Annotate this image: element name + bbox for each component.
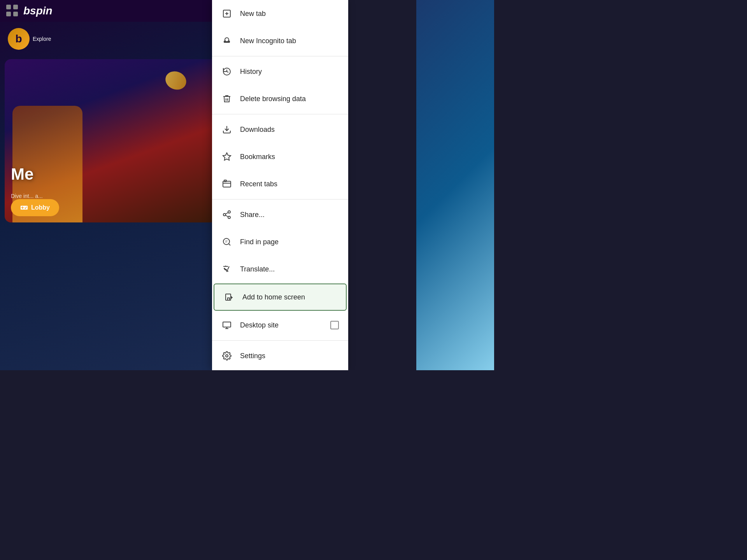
menu-divider xyxy=(212,199,348,200)
app-logo: bspin xyxy=(23,5,53,17)
translate-icon xyxy=(221,264,232,275)
menu-label-new-tab: New tab xyxy=(240,10,339,18)
menu-label-delete-browsing-data: Delete browsing data xyxy=(240,95,339,103)
settings-icon xyxy=(221,350,232,361)
add-home-icon xyxy=(224,292,235,303)
menu-label-new-incognito-tab: New Incognito tab xyxy=(240,37,339,45)
lobby-label: Lobby xyxy=(31,204,50,211)
menu-item-help-and-feedback[interactable]: Help and feedback xyxy=(212,369,348,370)
svg-point-17 xyxy=(223,238,230,245)
menu-item-new-incognito-tab[interactable]: New Incognito tab xyxy=(212,27,348,54)
svg-rect-21 xyxy=(226,294,231,300)
menu-label-desktop-site: Desktop site xyxy=(240,321,330,329)
recent-tabs-icon xyxy=(221,178,232,189)
desktop-icon xyxy=(221,320,232,331)
svg-line-16 xyxy=(226,213,228,214)
explore-icon: b xyxy=(8,28,30,50)
svg-point-27 xyxy=(226,355,228,357)
menu-item-translate[interactable]: Translate... xyxy=(212,256,348,283)
svg-rect-9 xyxy=(223,181,231,187)
svg-line-18 xyxy=(229,244,230,245)
menu-item-downloads[interactable]: Downloads xyxy=(212,116,348,143)
menu-item-find-in-page[interactable]: Find in page xyxy=(212,228,348,256)
menu-divider xyxy=(212,340,348,341)
app-header: bspin xyxy=(0,0,212,22)
desktop-site-checkbox[interactable] xyxy=(330,321,339,329)
svg-rect-20 xyxy=(225,242,227,242)
coin-decoration xyxy=(162,68,190,92)
menu-label-translate: Translate... xyxy=(240,265,339,273)
grid-icon xyxy=(6,5,19,17)
menu-item-add-to-home-screen[interactable]: Add to home screen xyxy=(214,284,347,311)
menu-item-history[interactable]: History xyxy=(212,58,348,85)
menu-item-delete-browsing-data[interactable]: Delete browsing data xyxy=(212,85,348,112)
hero-image: Me Dive int... a... Lobby xyxy=(5,59,212,222)
menu-item-share[interactable]: Share... xyxy=(212,201,348,228)
app-content: bspin b Explore Me Dive int... a... Lobb… xyxy=(0,0,212,370)
share-icon xyxy=(221,209,232,220)
explore-label: Explore xyxy=(33,36,51,42)
menu-divider xyxy=(212,114,348,114)
menu-item-desktop-site[interactable]: Desktop site xyxy=(212,312,348,339)
svg-rect-19 xyxy=(225,241,228,241)
svg-point-13 xyxy=(223,214,226,216)
menu-label-settings: Settings xyxy=(240,352,339,360)
hero-subtitle: Dive int... a... xyxy=(11,193,43,199)
svg-rect-6 xyxy=(224,41,230,43)
history-icon xyxy=(221,66,232,77)
browser-menu: New tab New Incognito tab History Delete… xyxy=(212,0,348,370)
right-background xyxy=(416,0,494,370)
explore-section: b Explore xyxy=(0,22,212,56)
svg-rect-24 xyxy=(223,322,231,327)
find-icon xyxy=(221,236,232,247)
menu-label-bookmarks: Bookmarks xyxy=(240,153,339,161)
menu-label-share: Share... xyxy=(240,211,339,219)
trash-icon xyxy=(221,93,232,104)
svg-line-15 xyxy=(226,215,228,217)
star-icon xyxy=(221,151,232,162)
svg-point-12 xyxy=(228,211,230,213)
svg-marker-8 xyxy=(223,153,231,160)
menu-item-settings[interactable]: Settings xyxy=(212,342,348,369)
menu-label-recent-tabs: Recent tabs xyxy=(240,180,339,188)
menu-item-new-tab[interactable]: New tab xyxy=(212,0,348,27)
menu-item-bookmarks[interactable]: Bookmarks xyxy=(212,143,348,170)
plus-square-icon xyxy=(221,8,232,19)
menu-label-downloads: Downloads xyxy=(240,126,339,134)
incognito-icon xyxy=(221,35,232,46)
menu-label-add-to-home-screen: Add to home screen xyxy=(242,293,337,301)
menu-label-history: History xyxy=(240,68,339,76)
hero-title: Me xyxy=(11,165,33,184)
menu-divider xyxy=(212,56,348,56)
menu-item-recent-tabs[interactable]: Recent tabs xyxy=(212,170,348,198)
download-icon xyxy=(221,124,232,135)
lobby-button[interactable]: Lobby xyxy=(11,199,59,216)
svg-point-14 xyxy=(228,216,230,219)
menu-label-find-in-page: Find in page xyxy=(240,238,339,246)
